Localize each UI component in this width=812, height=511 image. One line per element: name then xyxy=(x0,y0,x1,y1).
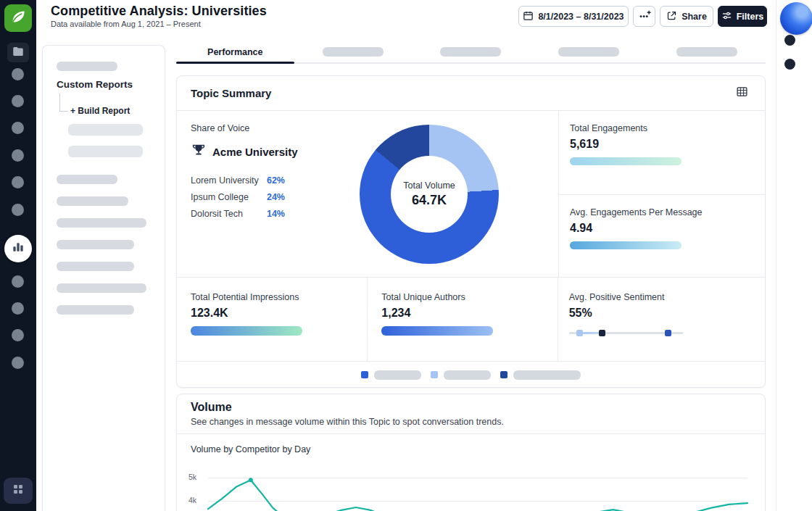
skeleton-bar xyxy=(57,196,128,206)
total-engagements-metric: Total Engagements 5,619 xyxy=(559,111,766,194)
metric-bar xyxy=(570,157,682,165)
volume-line-chart xyxy=(177,467,766,511)
tab-performance[interactable]: Performance xyxy=(176,45,294,62)
metric-label: Total Potential Impressions xyxy=(191,292,367,302)
volume-line-path xyxy=(208,480,747,511)
sidebar-item-7[interactable] xyxy=(12,275,24,288)
metric-value: 1,234 xyxy=(381,307,557,320)
tree-line xyxy=(59,111,68,112)
table-view-button[interactable] xyxy=(734,86,749,101)
date-range-label: 8/1/2023 – 8/31/2023 xyxy=(538,12,624,22)
tab-placeholder-3[interactable] xyxy=(412,45,530,62)
volume-card-title: Volume xyxy=(191,401,232,414)
sidebar-item-9[interactable] xyxy=(12,329,24,341)
skeleton-legend-label xyxy=(444,370,491,380)
sidebar-item-analytics-active[interactable] xyxy=(4,235,32,262)
topic-summary-header: Topic Summary xyxy=(177,76,765,111)
competitor-share: 14% xyxy=(267,209,285,219)
metric-value: 55% xyxy=(569,307,765,320)
topic-summary-title: Topic Summary xyxy=(191,87,734,99)
skeleton-bar xyxy=(57,175,117,184)
calendar-icon xyxy=(523,10,534,23)
sprout-leaf-icon xyxy=(9,7,28,29)
share-button[interactable]: Share xyxy=(660,6,713,27)
sidebar-item-10[interactable] xyxy=(12,357,24,369)
sentiment-handle-mid[interactable] xyxy=(599,330,605,336)
skeleton-tab xyxy=(440,47,501,57)
sidebar-item-8[interactable] xyxy=(12,302,24,315)
tab-placeholder-2[interactable] xyxy=(294,45,413,62)
tab-placeholder-5[interactable] xyxy=(647,45,766,62)
competitor-share: 24% xyxy=(267,192,285,202)
tab-placeholder-4[interactable] xyxy=(530,45,648,62)
competitor-row: Ipsum College 24% xyxy=(191,189,285,206)
tab-performance-label: Performance xyxy=(207,45,262,57)
more-actions-icon xyxy=(638,9,651,24)
trophy-icon xyxy=(191,142,207,161)
volume-chart-title: Volume by Competitor by Day xyxy=(191,444,310,454)
skeleton-tab xyxy=(323,47,384,57)
legend-item xyxy=(500,370,581,380)
sentiment-handle-high[interactable] xyxy=(665,330,671,336)
sentiment-handle-low[interactable] xyxy=(576,330,583,336)
app-sidebar xyxy=(0,0,36,511)
total-volume-label: Total Volume xyxy=(403,180,455,191)
competitor-row: Lorem University 62% xyxy=(191,173,285,189)
legend-swatch xyxy=(500,371,508,378)
sidebar-item-reports[interactable] xyxy=(7,43,29,62)
skeleton-bar xyxy=(57,262,134,271)
metric-value: 4.94 xyxy=(570,222,766,235)
topic-summary-right-metrics: Total Engagements 5,619 Avg. Engagements… xyxy=(558,111,766,278)
share-of-voice-list: Lorem University 62% Ipsum College 24% D… xyxy=(191,173,285,223)
custom-reports-panel: Custom Reports + Build Report xyxy=(42,45,165,511)
user-avatar[interactable] xyxy=(780,2,812,35)
skeleton-legend-label xyxy=(513,370,581,380)
donut-center: Total Volume 64.7K xyxy=(360,125,499,264)
share-of-voice-leader: Acme University xyxy=(191,142,321,161)
sidebar-bottom-button[interactable] xyxy=(4,478,33,504)
share-button-label: Share xyxy=(682,12,707,22)
legend-swatch xyxy=(431,371,438,378)
metric-bar xyxy=(381,326,493,336)
page-subtitle: Data available from Aug 1, 2021 – Presen… xyxy=(51,20,201,28)
volume-card-description: See changes in message volume within thi… xyxy=(191,417,504,427)
skeleton-tab xyxy=(558,47,619,57)
topic-summary-card: Topic Summary Share of Voice Acme Univer… xyxy=(176,75,766,388)
metric-label: Avg. Positive Sentiment xyxy=(569,292,765,302)
total-volume-value: 64.7K xyxy=(412,193,447,208)
rail-button-2[interactable] xyxy=(784,59,795,70)
skeleton-bar xyxy=(57,305,134,315)
sidebar-item-3[interactable] xyxy=(12,122,24,134)
metric-bar xyxy=(191,326,302,336)
filters-icon xyxy=(721,10,732,23)
metric-value: 5,619 xyxy=(570,138,766,151)
rail-button-1[interactable] xyxy=(784,35,795,46)
share-of-voice-block: Share of Voice Acme University Lorem Uni… xyxy=(191,123,321,223)
metric-label: Avg. Engagements Per Message xyxy=(570,207,766,217)
chart-legend xyxy=(177,362,765,388)
sidebar-item-5[interactable] xyxy=(12,176,24,188)
metric-label: Total Engagements xyxy=(570,123,766,133)
competitor-row: Dolorsit Tech 14% xyxy=(191,206,285,223)
date-range-button[interactable]: 8/1/2023 – 8/31/2023 xyxy=(518,6,629,27)
top-competitor-name: Acme University xyxy=(212,146,298,158)
brand-logo[interactable] xyxy=(4,4,32,32)
sidebar-item-4[interactable] xyxy=(12,149,24,162)
tree-line xyxy=(59,94,60,111)
custom-reports-heading: Custom Reports xyxy=(57,79,133,90)
sidebar-item-1[interactable] xyxy=(12,68,24,80)
share-icon xyxy=(666,10,677,23)
skeleton-report-item xyxy=(68,146,143,157)
metric-bar xyxy=(570,241,682,249)
topic-summary-top: Share of Voice Acme University Lorem Uni… xyxy=(177,111,765,278)
legend-item xyxy=(361,370,421,380)
volume-line-peak-dot xyxy=(249,478,253,482)
more-actions-button[interactable] xyxy=(633,6,655,27)
competitor-name: Dolorsit Tech xyxy=(191,209,243,219)
filters-button[interactable]: Filters xyxy=(718,6,767,27)
sidebar-item-2[interactable] xyxy=(12,95,24,107)
total-unique-authors-metric: Total Unique Authors 1,234 xyxy=(367,278,557,361)
main-content: Performance Topic Summary Share of Voice xyxy=(176,45,766,511)
build-report-link[interactable]: + Build Report xyxy=(70,106,130,116)
sidebar-item-6[interactable] xyxy=(12,204,24,216)
